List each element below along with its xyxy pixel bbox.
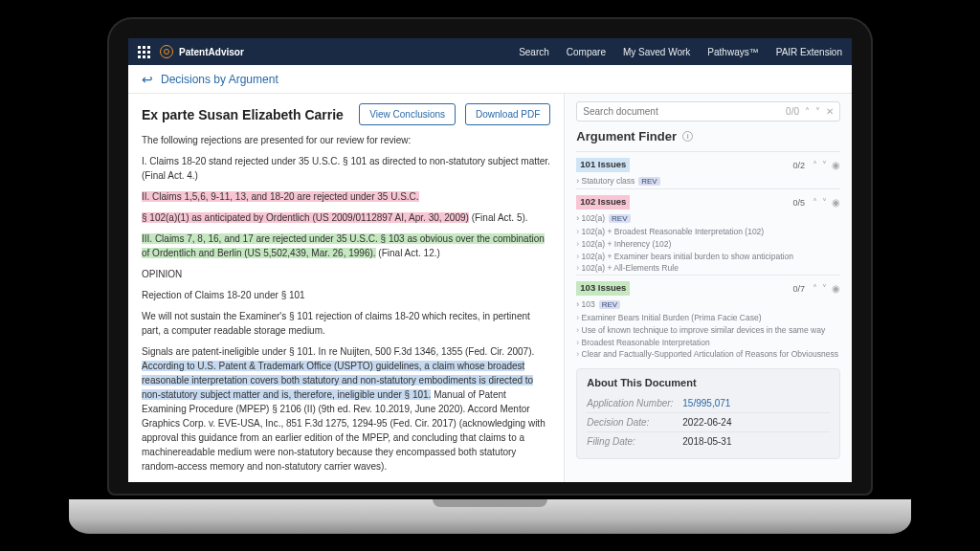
doc-paragraph: The following rejections are presented f… (142, 133, 550, 147)
issue-next-icon[interactable]: ˅ (822, 197, 827, 208)
document-title: Ex parte Susan Elizabeth Carrie (142, 107, 349, 122)
issue-group-header[interactable]: 102 Issues0/5˄˅◉ (576, 195, 840, 209)
about-document-panel: About This Document Application Number:1… (576, 368, 840, 459)
doc-paragraph: We will not sustain the Examiner's § 101… (142, 309, 550, 338)
issue-items: › Statutory classREV (576, 175, 840, 188)
issue-visibility-icon[interactable]: ◉ (832, 160, 840, 170)
download-pdf-button[interactable]: Download PDF (465, 103, 550, 125)
rev-badge: REV (638, 177, 659, 186)
issue-prev-icon[interactable]: ˄ (813, 160, 817, 170)
about-value[interactable]: 15/995,071 (682, 398, 730, 408)
doc-paragraph: III. Claims 7, 8, 16, and 17 are rejecte… (142, 231, 550, 260)
issue-item[interactable]: › Statutory classREV (576, 175, 659, 187)
search-count: 0/0 (786, 106, 799, 117)
document-body: The following rejections are presented f… (142, 133, 550, 474)
issue-prev-icon[interactable]: ˄ (813, 197, 817, 208)
issue-group-header[interactable]: 101 Issues0/2˄˅◉ (576, 158, 840, 172)
highlight-102: § 102(a)(1) as anticipated by Ordentlich… (142, 212, 469, 223)
nav-pair-extension[interactable]: PAIR Extension (776, 47, 842, 57)
issue-group-102: 102 Issues0/5˄˅◉› 102(a)REV102(a) + Broa… (576, 188, 840, 275)
search-input[interactable] (583, 106, 780, 117)
issue-items: › 102(a)REV102(a) + Broadest Reasonable … (576, 212, 840, 275)
issue-item[interactable]: 102(a) + Broadest Reasonable Interpretat… (576, 226, 840, 238)
view-conclusions-button[interactable]: View Conclusions (359, 103, 456, 125)
issue-item[interactable]: 102(a) + Examiner bears initial burden t… (576, 251, 840, 263)
issue-group-103: 103 Issues0/7˄˅◉› 103REVExaminer Bears I… (576, 275, 840, 361)
issue-count: 0/7 (792, 284, 805, 294)
search-prev-icon[interactable]: ˄ (805, 106, 810, 117)
issue-visibility-icon[interactable]: ◉ (832, 283, 840, 294)
brand[interactable]: PatentAdvisor (160, 45, 244, 58)
search-next-icon[interactable]: ˅ (815, 106, 820, 117)
doc-paragraph: Rejection of Claims 18-20 under § 101 (142, 288, 550, 302)
brand-logo-icon (160, 45, 173, 58)
brand-name: PatentAdvisor (179, 47, 244, 57)
about-label: Application Number: (587, 398, 682, 408)
doc-paragraph: Signals are patent-ineligible under § 10… (142, 344, 550, 474)
about-label: Filing Date: (587, 436, 682, 447)
about-label: Decision Date: (587, 417, 682, 428)
issue-group-101: 101 Issues0/2˄˅◉› Statutory classREV (576, 151, 840, 188)
rev-badge: REV (599, 300, 620, 309)
breadcrumb-label[interactable]: Decisions by Argument (161, 73, 278, 86)
issue-item[interactable]: 102(a) + All-Elements Rule (576, 262, 840, 275)
about-value: 2018-05-31 (682, 436, 731, 447)
argument-finder-header: Argument Finder i (576, 129, 840, 143)
breadcrumb: ↩ Decisions by Argument (128, 65, 852, 94)
laptop-base (69, 499, 911, 534)
doc-paragraph: II. Claims 1,5,6, 9-11, 13, and 18-20 ar… (142, 189, 550, 204)
info-icon[interactable]: i (682, 131, 693, 142)
nav-saved-work[interactable]: My Saved Work (623, 47, 690, 57)
about-row: Decision Date:2022-06-24 (587, 412, 830, 431)
issue-items: › 103REVExaminer Bears Initial Burden (P… (576, 298, 840, 361)
search-clear-icon[interactable]: ✕ (826, 106, 834, 117)
about-value: 2022-06-24 (682, 417, 731, 428)
back-arrow-icon[interactable]: ↩ (142, 72, 153, 87)
doc-paragraph: § 102(a)(1) as anticipated by Ordentlich… (142, 210, 550, 225)
issue-title[interactable]: 103 Issues (576, 281, 630, 296)
issue-next-icon[interactable]: ˅ (822, 160, 827, 170)
nav-links: Search Compare My Saved Work Pathways™ P… (519, 47, 842, 57)
issue-visibility-icon[interactable]: ◉ (832, 197, 840, 208)
sidebar-pane: 0/0 ˄ ˅ ✕ Argument Finder i 101 Issues0/… (565, 94, 852, 482)
about-row: Application Number:15/995,071 (587, 394, 830, 412)
rev-badge: REV (609, 214, 630, 223)
issue-item[interactable]: Clear and Factually-Supported Articulati… (576, 348, 840, 361)
issue-item[interactable]: 102(a) + Inherency (102) (576, 238, 840, 251)
issue-count: 0/2 (792, 161, 805, 170)
nav-search[interactable]: Search (519, 47, 549, 57)
highlight-102: II. Claims 1,5,6, 9-11, 13, and 18-20 ar… (142, 191, 419, 202)
issue-item[interactable]: Broadest Reasonable Interpretation (576, 337, 840, 349)
apps-grid-icon[interactable] (138, 46, 150, 58)
document-pane: Ex parte Susan Elizabeth Carrie View Con… (128, 94, 565, 482)
issue-item[interactable]: › 103REV (576, 298, 620, 311)
search-document-row: 0/0 ˄ ˅ ✕ (576, 101, 840, 121)
highlight-103: III. Claims 7, 8, 16, and 17 are rejecte… (142, 233, 545, 258)
issue-item[interactable]: › 102(a)REV (576, 212, 630, 225)
issue-title[interactable]: 102 Issues (576, 195, 630, 209)
nav-compare[interactable]: Compare (567, 47, 606, 57)
issue-item[interactable]: Examiner Bears Initial Burden (Prima Fac… (576, 312, 840, 324)
doc-paragraph: OPINION (142, 267, 550, 281)
about-row: Filing Date:2018-05-31 (587, 431, 830, 451)
doc-paragraph: I. Claims 18-20 stand rejected under 35 … (142, 154, 550, 183)
nav-pathways[interactable]: Pathways™ (707, 47, 758, 57)
issue-count: 0/5 (792, 198, 805, 208)
about-title: About This Document (587, 377, 830, 388)
issue-group-header[interactable]: 103 Issues0/7˄˅◉ (576, 281, 840, 296)
issue-next-icon[interactable]: ˅ (822, 283, 827, 294)
issue-item[interactable]: Use of known technique to improve simila… (576, 324, 840, 337)
top-nav: PatentAdvisor Search Compare My Saved Wo… (128, 38, 852, 65)
issue-title[interactable]: 101 Issues (576, 158, 630, 172)
issue-prev-icon[interactable]: ˄ (813, 283, 817, 294)
